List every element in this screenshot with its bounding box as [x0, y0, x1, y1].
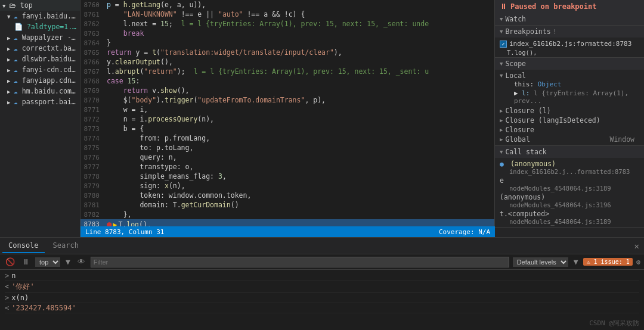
call-stack-item-0[interactable]: ● (anonymous) index_61616b2.j...formatte…: [495, 159, 644, 176]
scope-closure-l-header[interactable]: Closure (l): [500, 107, 639, 115]
breakpoints-content: ✓ index_61616b2.js:formatted:8783 T.log(…: [495, 38, 644, 57]
filter-input[interactable]: [91, 257, 509, 267]
console-tab-bar: Console Search ✕: [0, 238, 644, 254]
code-line-8778: 8778 simple_means_flag: 3,: [80, 172, 494, 181]
console-line-2: > x(n): [5, 293, 639, 303]
cloud-icon-3: ☁: [14, 44, 18, 52]
debug-panel: ⏸ Paused on breakpoint Watch Breakpoints…: [495, 0, 644, 237]
call-stack-content: ● (anonymous) index_61616b2.j...formatte…: [495, 158, 644, 227]
tree-item-passport[interactable]: ▶ ☁ passport.baid...: [0, 96, 80, 107]
scope-this: this: Object: [500, 80, 639, 89]
scope-closure-header[interactable]: Closure: [500, 126, 639, 134]
code-line-8760: 8760 p = h.getLang(e, a, u)),: [80, 0, 494, 10]
pause-exceptions-button[interactable]: ⏸: [20, 257, 32, 267]
tree-item-correctxt[interactable]: ▶ ☁ correctxt.baid...: [0, 43, 80, 54]
code-line-8767: 8767 l.abrupt("return"); l = l {tryEntri…: [80, 67, 494, 76]
tree-item-fanyi-cdn[interactable]: ▶ ☁ fanyi-cdn.cdn....: [0, 64, 80, 75]
call-stack-item-2[interactable]: (anonymous) nodeModules_4548064.js:3196: [495, 192, 644, 209]
scope-closure-lang: Closure (langIsDeteced): [495, 116, 644, 125]
tab-console[interactable]: Console: [2, 239, 45, 253]
status-bar: Line 8783, Column 31 Coverage: N/A: [80, 226, 495, 237]
tree-item-hm[interactable]: ▶ ☁ hm.baidu.com...: [0, 86, 80, 96]
code-line-8783: 8783 ●▶T.log(),: [80, 219, 494, 226]
code-line-8761: 8761 "LAN-UNKNOWN" !== e || "auto" !== a…: [80, 10, 494, 19]
tree-item-file[interactable]: 📄 ?aldtype=1...: [0, 21, 80, 32]
code-line-8769: 8769 return v.show(),: [80, 86, 494, 95]
tree-item-fanyi[interactable]: ▼ ☁ fanyi.baidu.co...: [0, 11, 80, 21]
scope-global-header[interactable]: Global Window: [500, 135, 639, 144]
breakpoint-sub: T.log(),: [495, 49, 644, 56]
paused-icon: ⏸: [500, 2, 507, 11]
scope-header[interactable]: Scope: [495, 58, 644, 70]
code-line-8772: 8772 n = i.processQuery(n),: [80, 114, 494, 124]
call-stack-item-3[interactable]: t.<computed> nodeModules_4548064.js:3189: [495, 209, 644, 226]
visibility-button[interactable]: 👁: [76, 257, 87, 267]
code-line-8766: 8766 y.clearOutput(),: [80, 57, 494, 67]
tab-search[interactable]: Search: [47, 239, 85, 253]
code-line-8775: 8775 to: p.toLang,: [80, 143, 494, 152]
code-line-8768: 8768 case 15:: [80, 76, 494, 86]
code-editor: 8760 p = h.getLang(e, a, u)), 8761 "LAN-…: [80, 0, 495, 226]
code-line-8782: 8782 },: [80, 210, 494, 219]
call-stack-section: Call stack ● (anonymous) index_61616b2.j…: [495, 146, 644, 228]
code-line-8771: 8771 w = i,: [80, 105, 494, 114]
console-right-toolbar: Default levels ▼ ⚠ 1 issue: 1 ⚙: [513, 257, 640, 267]
watermark: CSDN @阿呆攻防: [589, 319, 639, 328]
watch-section: Watch: [495, 13, 644, 26]
folder-icon: 🗁: [9, 1, 16, 10]
scope-section: Scope Local this: Object ▶ l: l {tryEntr…: [495, 58, 644, 146]
code-line-8774: 8774 from: p.fromLang,: [80, 133, 494, 143]
file-tree: ▼ 🗁 top ▼ ☁ fanyi.baidu.co... 📄 ?aldtype…: [0, 0, 80, 237]
levels-select[interactable]: Default levels: [513, 257, 568, 267]
breakpoint-item-0: ✓ index_61616b2.js:formatted:8783: [495, 39, 644, 49]
scope-local: Local this: Object ▶ l: l {tryEntries: A…: [495, 71, 644, 106]
cloud-icon-2: ☁: [14, 33, 18, 42]
call-stack-item-1[interactable]: e nodeModules_4548064.js:3189: [495, 176, 644, 192]
cloud-icon-6: ☁: [14, 76, 18, 85]
coverage-status: Coverage: N/A: [439, 228, 490, 236]
file-icon: 📄: [14, 23, 23, 31]
breakpoints-header[interactable]: Breakpoints !: [495, 26, 644, 38]
cloud-icon-8: ☁: [14, 98, 18, 106]
scope-local-header[interactable]: Local: [500, 71, 639, 80]
tree-item-dlswbr[interactable]: ▶ ☁ dlswbr.baidu.c...: [0, 54, 80, 64]
breakpoint-checkbox[interactable]: ✓: [500, 41, 507, 48]
code-line-8779: 8779 sign: x(n),: [80, 181, 494, 191]
close-console-button[interactable]: ✕: [632, 241, 642, 251]
code-line-8773: 8773 b = {: [80, 124, 494, 133]
cloud-icon: ☁: [14, 12, 18, 20]
bottom-console: Console Search ✕ 🚫 ⏸ top ▼ 👁 Default lev…: [0, 238, 644, 330]
console-line-1: < '你好': [5, 281, 639, 293]
issue-badge: ⚠ 1 issue: 1: [583, 258, 632, 266]
console-toolbar: 🚫 ⏸ top ▼ 👁 Default levels ▼ ⚠ 1 issue: …: [0, 254, 644, 270]
scope-global: Global Window: [495, 135, 644, 144]
scope-l: ▶ l: l {tryEntries: Array(1), prev...: [500, 89, 639, 105]
cloud-icon-4: ☁: [14, 55, 18, 63]
clear-console-button[interactable]: 🚫: [4, 257, 17, 267]
console-line-0: > n: [5, 271, 639, 281]
code-line-8781: 8781 domain: T.getCurDomain(): [80, 200, 494, 210]
code-line-8780: 8780 token: window.common.token,: [80, 191, 494, 200]
debug-header: ⏸ Paused on breakpoint: [495, 0, 644, 13]
scope-closure-l: Closure (l): [495, 106, 644, 116]
console-line-3: < '232427.485594': [5, 303, 639, 313]
show-context-button[interactable]: ▼: [64, 257, 72, 267]
tree-item-fanyiapp[interactable]: ▶ ☁ fanyiapp.cdn.l...: [0, 75, 80, 86]
breakpoints-section: Breakpoints ! ✓ index_61616b2.js:formatt…: [495, 26, 644, 58]
watch-header[interactable]: Watch: [495, 13, 644, 25]
code-line-8770: 8770 $("body").trigger("updateFromTo.dom…: [80, 95, 494, 105]
code-line-8777: 8777 transtype: o,: [80, 162, 494, 172]
tree-item-wappalyzer[interactable]: ▶ ☁ Wappalyzer -...: [0, 32, 80, 43]
call-stack-header[interactable]: Call stack: [495, 146, 644, 158]
code-line-8762: 8762 l.next = 15; l = l {tryEntries: Arr…: [80, 19, 494, 29]
tree-item-top[interactable]: ▼ 🗁 top: [0, 0, 80, 11]
context-selector[interactable]: top: [35, 257, 60, 267]
cursor-position: Line 8783, Column 31: [85, 228, 164, 236]
cloud-icon-5: ☁: [14, 66, 18, 74]
settings-icon[interactable]: ⚙: [636, 258, 640, 266]
scope-content: Local this: Object ▶ l: l {tryEntries: A…: [495, 70, 644, 145]
levels-chevron[interactable]: ▼: [572, 257, 580, 267]
code-line-8765: 8765 return y = t("translation:widget/tr…: [80, 48, 494, 57]
code-line-8763: 8763 break: [80, 29, 494, 38]
scope-closure-lang-header[interactable]: Closure (langIsDeteced): [500, 116, 639, 124]
